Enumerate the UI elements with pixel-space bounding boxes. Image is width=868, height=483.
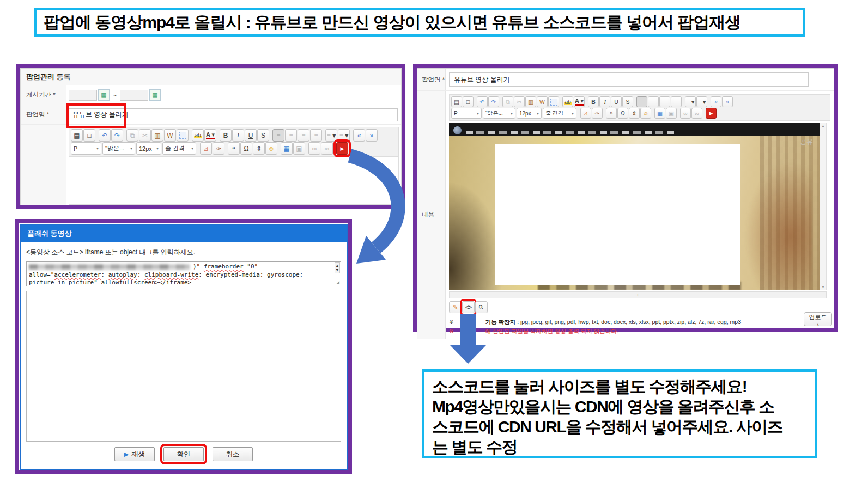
table-icon[interactable]: ▦ xyxy=(654,108,665,119)
unlink-icon[interactable]: ∞ xyxy=(691,108,702,119)
outdent-icon[interactable]: « xyxy=(711,96,721,107)
scroll-up-icon[interactable]: ▲ xyxy=(821,124,825,128)
print-icon[interactable]: ▤ xyxy=(451,96,462,107)
copy-icon[interactable]: ⧉ xyxy=(126,129,138,142)
scroll-down-icon[interactable]: ▼ xyxy=(336,268,338,272)
redo-icon[interactable]: ↷ xyxy=(488,96,499,107)
line-height-select[interactable]: 줄 간격▾ xyxy=(162,142,196,155)
underline-icon[interactable]: U xyxy=(611,96,622,107)
redo-icon[interactable]: ↷ xyxy=(111,129,123,142)
align-left-icon[interactable]: ≡ xyxy=(636,96,647,107)
ordered-list-icon[interactable]: ≡ ▾ xyxy=(325,129,337,142)
calendar-icon[interactable]: ▦ xyxy=(98,89,110,101)
ordered-list-icon[interactable]: ≡ ▾ xyxy=(685,96,696,107)
line-break-icon[interactable]: ⇕ xyxy=(629,108,640,119)
ok-button[interactable]: 확인 xyxy=(163,447,204,461)
quote-icon[interactable]: “ xyxy=(606,108,617,119)
align-center-icon[interactable]: ≡ xyxy=(285,129,297,142)
outdent-icon[interactable]: « xyxy=(353,129,365,142)
paragraph-select[interactable]: P▾ xyxy=(451,108,482,119)
scrollbar[interactable]: ▲▼ xyxy=(335,262,340,273)
bold-icon[interactable]: B xyxy=(588,96,599,107)
align-right-icon[interactable]: ≡ xyxy=(659,96,670,107)
layer-icon[interactable]: ▣ xyxy=(293,142,305,155)
paste-word-icon[interactable]: W xyxy=(164,129,176,142)
font-color-icon[interactable]: A ▾ xyxy=(574,96,585,107)
emoticon-icon[interactable]: ☺ xyxy=(640,108,651,119)
play-button[interactable]: ▶재생 xyxy=(114,447,155,461)
select-all-icon[interactable] xyxy=(548,96,559,107)
table-icon[interactable]: ▦ xyxy=(281,142,293,155)
paragraph-select[interactable]: P▾ xyxy=(71,142,101,155)
cut-icon[interactable]: ✂ xyxy=(514,96,525,107)
emoticon-icon[interactable]: ☺ xyxy=(265,142,277,155)
zoom-icon[interactable]: ⚲ xyxy=(475,301,488,313)
italic-icon[interactable]: I xyxy=(599,96,610,107)
source-code-textarea[interactable]: )" frameborder="0" allow="accelerometer;… xyxy=(26,261,341,286)
align-right-icon[interactable]: ≡ xyxy=(298,129,309,142)
copy-icon[interactable]: ⧉ xyxy=(502,96,513,107)
paste-icon[interactable]: ▥ xyxy=(151,129,163,142)
glyph: I xyxy=(604,99,606,105)
italic-icon[interactable]: I xyxy=(232,129,244,142)
line-height-select[interactable]: 줄 간격▾ xyxy=(543,108,576,119)
layer-icon[interactable]: ▣ xyxy=(666,108,677,119)
align-justify-icon[interactable]: ≡ xyxy=(310,129,322,142)
link-icon[interactable]: ∞ xyxy=(680,108,691,119)
special-char-icon[interactable]: Ω xyxy=(240,142,252,155)
bold-icon[interactable]: B xyxy=(220,129,232,142)
font-color-icon[interactable]: A ▾ xyxy=(204,129,216,142)
cut-icon[interactable]: ✂ xyxy=(139,129,151,142)
strike-icon[interactable]: S xyxy=(257,129,269,142)
font-select[interactable]: "맑은...▾ xyxy=(483,108,515,119)
format-brush-icon[interactable]: ✑ xyxy=(213,142,224,155)
align-justify-icon[interactable]: ≡ xyxy=(671,96,682,107)
edit-pencil-icon[interactable]: ✎ xyxy=(449,301,462,313)
highlight-icon[interactable]: ab xyxy=(192,129,204,142)
indent-icon[interactable]: » xyxy=(366,129,378,142)
eraser-icon[interactable]: ⊿ xyxy=(580,108,591,119)
undo-icon[interactable]: ↶ xyxy=(477,96,488,107)
scroll-down-icon[interactable]: ▼ xyxy=(821,285,825,289)
font-size-select[interactable]: 12px▾ xyxy=(517,108,542,119)
period-start-input[interactable] xyxy=(69,90,97,101)
special-char-icon[interactable]: Ω xyxy=(617,108,628,119)
cancel-button[interactable]: 취소 xyxy=(213,447,253,461)
unlink-icon[interactable]: ∞ xyxy=(321,142,333,155)
youtube-icon[interactable]: ▶ xyxy=(706,108,717,119)
resize-divider[interactable]: + xyxy=(449,291,827,298)
scroll-up-icon[interactable]: ▲ xyxy=(336,264,338,268)
editor-content-area[interactable] xyxy=(69,157,399,205)
calendar-icon[interactable]: ▦ xyxy=(149,89,161,101)
unordered-list-icon[interactable]: ≡ ▾ xyxy=(338,129,350,142)
new-document-icon[interactable]: □ xyxy=(463,96,474,107)
strike-icon[interactable]: S xyxy=(622,96,633,107)
align-center-icon[interactable]: ≡ xyxy=(648,96,659,107)
indent-icon[interactable]: » xyxy=(722,96,733,107)
highlight-icon[interactable]: ab xyxy=(562,96,573,107)
new-document-icon[interactable]: □ xyxy=(83,129,95,142)
source-code-icon[interactable]: <> xyxy=(462,301,475,313)
quote-icon[interactable]: “ xyxy=(228,142,240,155)
unordered-list-icon[interactable]: ≡ ▾ xyxy=(696,96,707,107)
undo-icon[interactable]: ↶ xyxy=(99,129,111,142)
font-size-select[interactable]: 12px▾ xyxy=(136,142,161,155)
resize-handle-icon[interactable]: ◢ xyxy=(337,278,339,286)
line-break-icon[interactable]: ⇕ xyxy=(253,142,265,155)
select-all-icon[interactable] xyxy=(177,129,189,142)
youtube-video-preview[interactable]: 공유 xyxy=(449,123,820,290)
paste-icon[interactable]: ▥ xyxy=(525,96,536,107)
link-icon[interactable]: ∞ xyxy=(308,142,320,155)
popup-name-input[interactable] xyxy=(449,72,809,87)
paste-word-icon[interactable]: W xyxy=(537,96,548,107)
underline-icon[interactable]: U xyxy=(245,129,257,142)
popup-name-input[interactable] xyxy=(69,108,398,121)
align-left-icon[interactable]: ≡ xyxy=(272,129,284,142)
eraser-icon[interactable]: ⊿ xyxy=(200,142,212,155)
print-icon[interactable]: ▤ xyxy=(71,129,83,142)
font-select[interactable]: "맑은...▾ xyxy=(102,142,135,155)
period-end-input[interactable] xyxy=(120,90,148,101)
scrollbar[interactable]: ▲▼ xyxy=(820,123,827,290)
format-brush-icon[interactable]: ✑ xyxy=(592,108,603,119)
youtube-icon[interactable]: ▶ xyxy=(336,142,348,155)
